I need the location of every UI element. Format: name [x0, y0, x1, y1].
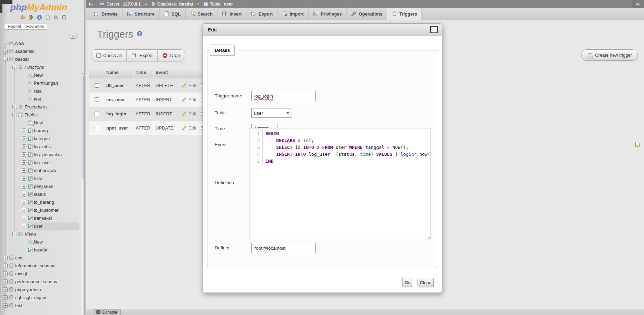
tab-browse[interactable]: Browse [89, 8, 123, 20]
panel-collapse-handle[interactable]: « [69, 34, 77, 39]
navigation-panel: phpMyAdmin ? Recent Favorites « New+akad… [0, 0, 85, 315]
tbl-icon [28, 208, 33, 213]
tree-item-transaksi[interactable]: +transaksi [0, 214, 80, 222]
close-button[interactable]: Close [418, 278, 433, 287]
maximize-icon[interactable] [430, 26, 438, 33]
logout-icon[interactable] [28, 15, 34, 20]
tree-item-label: New [34, 71, 43, 79]
refresh-icon[interactable] [61, 15, 67, 20]
resize-handle[interactable] [426, 234, 430, 239]
breadcrumb: Server: 127.0.0.1»Database: basdat»Table… [86, 0, 644, 8]
tree-item-kategori[interactable]: +kategori [0, 135, 80, 143]
tree-item-nilai[interactable]: +nilai [0, 174, 80, 182]
tree-item-new[interactable]: New [0, 71, 80, 79]
create-new-trigger-button[interactable]: Create new trigger [581, 49, 638, 61]
tree-item-new[interactable]: New [0, 119, 80, 127]
tree-item-perhitungan[interactable]: Perhitungan [0, 79, 80, 87]
tree-item-basdat[interactable]: −basdat [0, 55, 80, 63]
scrollbar-thumb[interactable] [81, 76, 84, 179]
svg-text:?: ? [139, 32, 141, 36]
tree-item-mahasiswa[interactable]: +mahasiswa [0, 166, 80, 174]
tree-item-akademik[interactable]: +akademik [0, 47, 80, 55]
column-header-event[interactable]: Event [154, 67, 179, 78]
tab-import[interactable]: Import [277, 8, 308, 20]
tab-search[interactable]: Search [186, 8, 217, 20]
column-header-name[interactable]: Name [104, 67, 134, 78]
breadcrumb-table-link[interactable]: Table: user [210, 2, 233, 7]
tree-item-performance-schema[interactable]: +performance_schema [0, 278, 80, 286]
tree-item-barang[interactable]: +barang [0, 127, 80, 135]
tree-item-information-schema[interactable]: +information_schema [0, 262, 80, 270]
trigger-name-input[interactable]: log_login [251, 91, 316, 101]
home-icon[interactable] [20, 15, 26, 20]
help-icon[interactable]: ? [137, 31, 143, 38]
recent-button[interactable]: Recent [4, 23, 25, 30]
breadcrumb-server-link[interactable]: Server: 127.0.0.1 [107, 2, 141, 7]
tree-item-tables[interactable]: −Tables [0, 111, 80, 119]
console-button[interactable]: Console [93, 309, 121, 315]
tree-item-tb-kustomer[interactable]: +tb_kustomer [0, 206, 80, 214]
panel-divider[interactable] [85, 0, 86, 315]
tab-export[interactable]: Export [246, 8, 277, 20]
docs-icon[interactable] [45, 15, 50, 20]
tree-item-log-mhs[interactable]: +log_mhs [0, 143, 80, 151]
tree-item-penjualan[interactable]: +penjualan [0, 182, 80, 190]
tab-sql[interactable]: SQL [159, 8, 186, 20]
tree-item-functions[interactable]: −Functions [0, 63, 80, 71]
tree-item-new[interactable]: New [0, 238, 80, 246]
tab-triggers[interactable]: Triggers [387, 8, 422, 20]
tree-item-cms[interactable]: +cms [0, 254, 80, 262]
back-arrow-icon[interactable] [86, 0, 96, 8]
column-header-time[interactable]: Time [134, 67, 154, 78]
settings-icon[interactable] [53, 15, 59, 20]
tree-item-log-penjualan[interactable]: +log_penjualan [0, 151, 80, 159]
tree-item-procedures[interactable]: +Procedures [0, 103, 80, 111]
definition-editor[interactable]: 1BEGIN2 DECLARE x int;3 SELECT id INTO x… [249, 128, 431, 239]
tree-item-basdat[interactable]: basdat [0, 246, 80, 254]
row-checkbox[interactable] [95, 83, 99, 88]
phpmyadmin-logo[interactable]: phpMyAdmin [10, 2, 67, 13]
dialog-titlebar[interactable]: Edit [203, 24, 442, 36]
drop-button[interactable]: Drop [158, 50, 185, 61]
sidebar-scrollbar[interactable]: ▲ [81, 71, 84, 315]
row-checkbox[interactable] [95, 97, 99, 102]
definer-input[interactable]: root@localhost [251, 243, 316, 253]
export-button[interactable]: Export [127, 50, 158, 61]
tree-item-test[interactable]: +test [0, 302, 80, 309]
floating-page-icon[interactable] [635, 142, 640, 149]
help-icon[interactable]: ? [37, 15, 42, 20]
tree-item-test[interactable]: test [0, 95, 80, 103]
tree-item-label: status [34, 190, 46, 198]
tree-item-tb-barang[interactable]: +tb_barang [0, 198, 80, 206]
edit-trigger-link[interactable]: Edit [188, 97, 196, 102]
tab-details[interactable]: Details [210, 45, 235, 56]
tree-item-log-user[interactable]: +log_user [0, 159, 80, 166]
row-checkbox[interactable] [95, 112, 99, 116]
tab-structure[interactable]: Structure [123, 8, 159, 20]
tree-item-rata[interactable]: rata [0, 87, 80, 95]
tab-privileges[interactable]: Privileges [309, 8, 347, 20]
table-select[interactable]: user [251, 108, 292, 118]
tree-item-mysql[interactable]: +mysql [0, 270, 80, 278]
favorites-button[interactable]: Favorites [23, 23, 47, 30]
edit-trigger-link[interactable]: Edit [188, 111, 196, 116]
tab-insert[interactable]: Insert [217, 8, 246, 20]
go-button[interactable]: Go [402, 278, 413, 287]
scroll-up-icon[interactable]: ▲ [81, 71, 84, 75]
tree-item-views[interactable]: −Views [0, 230, 80, 238]
tab-operations[interactable]: Operations [347, 8, 387, 20]
tree-item-new[interactable]: New [0, 39, 80, 47]
tree-item-status[interactable]: +status [0, 190, 80, 198]
operations-icon [351, 11, 357, 17]
edit-trigger-link[interactable]: Edit [188, 83, 196, 88]
collapse-topbar-icon[interactable] [632, 0, 644, 8]
check-all-button[interactable]: Check all [91, 50, 127, 61]
tree-item-phpmyadmin[interactable]: +phpmyadmin [0, 286, 80, 294]
breadcrumb-database-link[interactable]: Database: basdat [157, 2, 193, 7]
tree-item-user[interactable]: +user [0, 222, 80, 230]
check-all-checkbox[interactable] [96, 53, 101, 58]
row-checkbox[interactable] [95, 126, 99, 130]
edit-trigger-link[interactable]: Edit [188, 125, 196, 131]
tree-item-sql-isgh-unjani[interactable]: +sql_isgh_unjani [0, 294, 80, 302]
dialog-footer: Go Close [203, 272, 442, 293]
